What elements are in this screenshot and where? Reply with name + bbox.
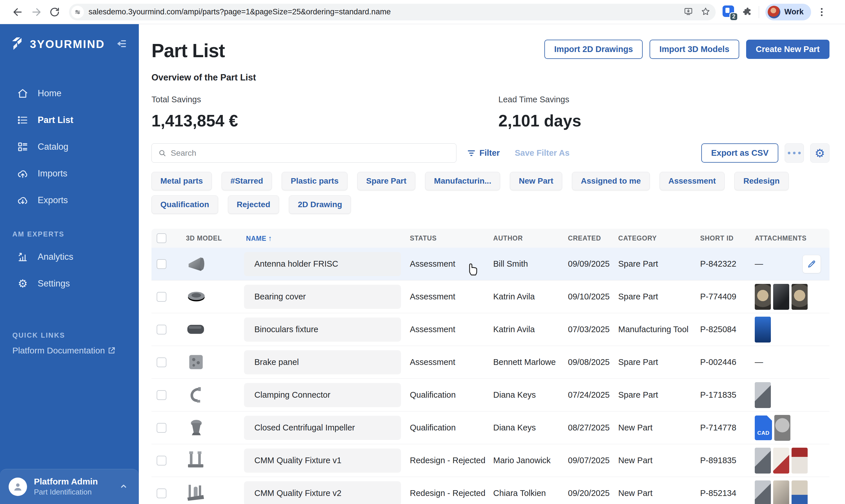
save-filter-as-button[interactable]: Save Filter As — [515, 148, 570, 158]
search-input[interactable] — [171, 148, 450, 158]
filter-chip-new-part[interactable]: New Part — [510, 172, 562, 190]
part-name-field[interactable]: CMM Quality Fixture v2 — [244, 481, 401, 504]
sidebar-item-part-list[interactable]: Part List — [0, 107, 139, 133]
select-all-checkbox[interactable] — [157, 233, 166, 243]
row-checkbox[interactable] — [157, 488, 166, 498]
filter-chip-qualification[interactable]: Qualification — [151, 195, 218, 214]
part-name-field[interactable]: Clamping Connector — [244, 383, 401, 407]
filter-chip-2d-drawing[interactable]: 2D Drawing — [289, 195, 351, 214]
column-header-name[interactable]: NAME↑ — [238, 234, 402, 243]
part-3d-thumbnail[interactable] — [172, 318, 238, 341]
column-header-3d-model[interactable]: 3D MODEL — [172, 234, 238, 242]
part-name-field[interactable]: CMM Quality Fixture v1 — [244, 449, 401, 473]
attachment-thumbnail[interactable] — [792, 481, 808, 504]
filter-chip-plastic-parts[interactable]: Plastic parts — [282, 172, 347, 190]
more-actions-button[interactable] — [785, 143, 804, 163]
part-name-field[interactable]: Bearing cover — [244, 285, 401, 309]
filter-chip-rejected[interactable]: Rejected — [228, 195, 280, 214]
sidebar-collapse-icon[interactable] — [116, 38, 128, 51]
part-name-field[interactable]: Brake panel — [244, 350, 401, 374]
filter-chip-spare-part[interactable]: Spare Part — [357, 172, 415, 190]
table-row[interactable]: Closed Centrifugal ImpellerQualification… — [151, 412, 829, 444]
sidebar-item-settings[interactable]: ⚙Settings — [0, 270, 139, 297]
part-3d-thumbnail[interactable] — [172, 350, 238, 374]
table-row[interactable]: Bearing coverAssessmentKatrin Avila09/10… — [151, 281, 829, 313]
row-checkbox[interactable] — [157, 325, 166, 335]
attachment-thumbnail[interactable] — [773, 448, 789, 473]
column-header-short-id[interactable]: SHORT ID — [693, 234, 747, 242]
sidebar-item-imports[interactable]: Imports — [0, 160, 139, 187]
part-3d-thumbnail[interactable] — [172, 449, 238, 472]
attachment-thumbnail[interactable] — [792, 448, 808, 473]
table-settings-button[interactable]: ⚙ — [810, 143, 829, 163]
row-checkbox[interactable] — [157, 259, 166, 269]
attachment-thumbnail[interactable] — [755, 317, 771, 343]
row-checkbox[interactable] — [157, 456, 166, 466]
column-header-created[interactable]: CREATED — [560, 234, 611, 242]
attachment-thumbnail[interactable] — [773, 284, 789, 310]
column-header-author[interactable]: AUTHOR — [486, 234, 560, 242]
column-header-status[interactable]: STATUS — [402, 234, 486, 242]
filter-chip-redesign[interactable]: Redesign — [734, 172, 788, 190]
part-3d-thumbnail[interactable] — [172, 252, 238, 276]
attachment-thumbnail[interactable] — [755, 448, 771, 473]
extension-icon[interactable]: 2 — [722, 5, 736, 19]
site-settings-icon[interactable] — [71, 6, 84, 18]
part-3d-thumbnail[interactable] — [172, 383, 238, 407]
table-row[interactable]: CMM Quality Fixture v2Redesign - Rejecte… — [151, 477, 829, 504]
part-3d-thumbnail[interactable] — [172, 482, 238, 504]
row-checkbox[interactable] — [157, 423, 166, 433]
filter-chip-assessment[interactable]: Assessment — [660, 172, 725, 190]
sidebar-item-home[interactable]: Home — [0, 80, 139, 107]
sidebar-item-analytics[interactable]: Analytics — [0, 244, 139, 270]
column-header-attachments[interactable]: ATTACHMENTS — [747, 234, 829, 242]
table-row[interactable]: Binoculars fixtureAssessmentKatrin Avila… — [151, 313, 829, 346]
row-checkbox[interactable] — [157, 292, 166, 302]
import-2d-drawings-button[interactable]: Import 2D Drawings — [544, 40, 643, 59]
browser-menu-icon[interactable] — [817, 6, 826, 18]
column-header-category[interactable]: CATEGORY — [611, 234, 693, 242]
part-3d-thumbnail[interactable] — [172, 416, 238, 439]
table-row[interactable]: Antenna holder FRISCAssessmentBill Smith… — [151, 248, 829, 281]
attachment-thumbnail[interactable] — [755, 481, 771, 504]
part-name-field[interactable]: Binoculars fixture — [244, 318, 401, 342]
table-row[interactable]: Brake panelAssessmentBennett Marlowe09/0… — [151, 346, 829, 379]
filter-button[interactable]: Filter — [467, 148, 500, 158]
filter-chip--starred[interactable]: #Starred — [221, 172, 272, 190]
attachment-thumbnail[interactable] — [774, 415, 790, 441]
search-box[interactable] — [151, 143, 456, 163]
chevron-up-icon[interactable] — [119, 481, 128, 492]
table-row[interactable]: Clamping ConnectorQualificationDiana Key… — [151, 379, 829, 412]
row-checkbox[interactable] — [157, 390, 166, 400]
back-icon[interactable] — [8, 3, 27, 21]
platform-documentation-link[interactable]: Platform Documentation — [0, 346, 139, 356]
url-bar[interactable]: salesdemo.3yourmind.com/ampi/parts?page=… — [69, 4, 716, 20]
export-csv-button[interactable]: Export as CSV — [701, 143, 778, 163]
bookmark-star-icon[interactable] — [701, 6, 711, 18]
install-app-icon[interactable] — [683, 6, 693, 18]
import-3d-models-button[interactable]: Import 3D Models — [650, 40, 739, 59]
filter-chip-metal-parts[interactable]: Metal parts — [151, 172, 212, 190]
filter-chip-manufacturin-[interactable]: Manufacturin... — [425, 172, 500, 190]
sidebar-item-exports[interactable]: Exports — [0, 187, 139, 214]
reload-icon[interactable] — [46, 3, 64, 21]
part-name-field[interactable]: Closed Centrifugal Impeller — [244, 416, 401, 440]
part-name-field[interactable]: Antenna holder FRISC — [244, 252, 401, 276]
part-3d-thumbnail[interactable] — [172, 285, 238, 309]
cad-file-icon[interactable]: CAD — [755, 415, 772, 440]
forward-icon[interactable] — [27, 3, 46, 21]
attachment-thumbnail[interactable] — [755, 284, 771, 310]
row-checkbox[interactable] — [157, 358, 166, 367]
table-row[interactable]: CMM Quality Fixture v1Redesign - Rejecte… — [151, 444, 829, 477]
user-card[interactable]: Platform Admin Part Identification — [0, 469, 139, 504]
extensions-puzzle-icon[interactable] — [742, 6, 753, 18]
attachment-thumbnail[interactable] — [792, 284, 808, 310]
create-new-part-button[interactable]: Create New Part — [746, 40, 829, 59]
attachment-thumbnail[interactable] — [755, 382, 771, 408]
attachment-thumbnail[interactable] — [773, 481, 789, 504]
edit-part-button[interactable] — [803, 255, 821, 273]
url-text: salesdemo.3yourmind.com/ampi/parts?page=… — [89, 7, 683, 16]
sidebar-item-catalog[interactable]: Catalog — [0, 133, 139, 160]
profile-chip[interactable]: Work — [766, 4, 811, 20]
filter-chip-assigned-to-me[interactable]: Assigned to me — [572, 172, 650, 190]
